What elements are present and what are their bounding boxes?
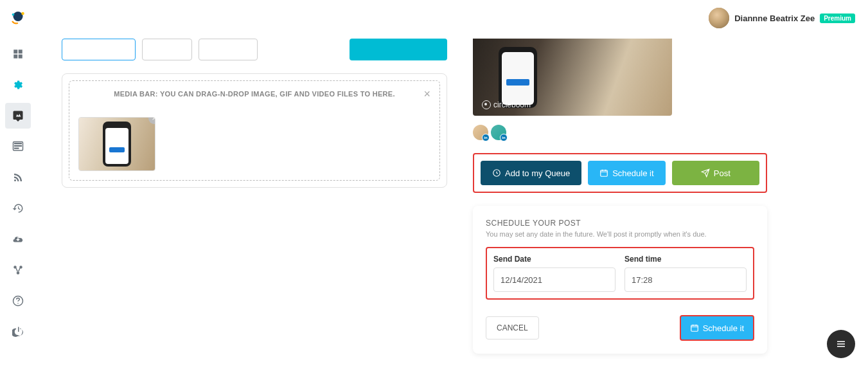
account-badges xyxy=(473,125,767,140)
phone-icon xyxy=(103,122,131,167)
svg-point-11 xyxy=(17,271,20,275)
svg-rect-3 xyxy=(13,50,17,53)
watermark-text: circleboom xyxy=(493,100,531,109)
svg-point-1 xyxy=(21,12,24,15)
fab-menu-button[interactable] xyxy=(827,330,855,358)
preview-column: circleboom Add to my Queue Schedule it xyxy=(473,39,767,358)
phone-icon xyxy=(499,47,537,108)
user-name: Diannne Beatrix Zee xyxy=(734,14,815,23)
schedule-confirm-label: Schedule it xyxy=(703,323,744,333)
media-bar-label: MEDIA BAR: YOU CAN DRAG-N-DROP IMAGE, GI… xyxy=(78,90,430,98)
schedule-confirm-button[interactable]: Schedule it xyxy=(680,315,754,341)
user-avatar[interactable] xyxy=(709,8,729,28)
schedule-card: SCHEDULE YOUR POST You may set any date … xyxy=(473,206,767,354)
sidebar-item-integrations[interactable] xyxy=(5,257,31,283)
send-time-label: Send time xyxy=(624,255,747,264)
sidebar-item-download[interactable] xyxy=(5,226,31,252)
post-button[interactable]: Post xyxy=(672,161,760,185)
svg-rect-4 xyxy=(19,50,22,53)
send-date-input[interactable] xyxy=(493,267,616,292)
media-bar[interactable]: MEDIA BAR: YOU CAN DRAG-N-DROP IMAGE, GI… xyxy=(69,80,440,181)
svg-rect-6 xyxy=(19,55,22,59)
main-content: MEDIA BAR: YOU CAN DRAG-N-DROP IMAGE, GI… xyxy=(36,0,868,371)
compose-column: MEDIA BAR: YOU CAN DRAG-N-DROP IMAGE, GI… xyxy=(62,39,447,358)
sidebar-item-help[interactable] xyxy=(5,288,31,314)
sidebar-item-compose[interactable] xyxy=(5,103,31,129)
schedule-actions: CANCEL Schedule it xyxy=(486,315,754,341)
toolbar-button-1[interactable] xyxy=(62,39,136,60)
svg-point-8 xyxy=(14,179,16,181)
post-actions-row: Add to my Queue Schedule it Post xyxy=(473,153,767,193)
account-badge-2[interactable] xyxy=(491,125,506,140)
schedule-subtitle: You may set any date in the future. We'l… xyxy=(486,230,754,238)
svg-rect-17 xyxy=(837,341,845,343)
sidebar-item-dashboard[interactable] xyxy=(5,41,31,67)
svg-rect-16 xyxy=(691,325,698,331)
sidebar-item-news[interactable] xyxy=(5,134,31,159)
queue-button-label: Add to my Queue xyxy=(505,168,570,178)
sidebar-item-rss[interactable] xyxy=(5,165,31,190)
svg-point-0 xyxy=(13,12,23,21)
schedule-inputs: Send Date Send time xyxy=(486,247,754,300)
sidebar xyxy=(0,0,36,371)
svg-rect-19 xyxy=(837,346,845,347)
topbar: Diannne Beatrix Zee Premium xyxy=(696,0,868,36)
post-button-label: Post xyxy=(714,168,731,178)
svg-rect-15 xyxy=(601,170,608,176)
send-time-input[interactable] xyxy=(624,267,747,292)
account-badge-1[interactable] xyxy=(473,125,488,140)
linkedin-icon xyxy=(500,134,508,141)
app-logo-icon xyxy=(8,8,28,27)
toolbar-primary-button[interactable] xyxy=(350,39,447,60)
watermark: circleboom xyxy=(482,100,531,109)
schedule-button-label: Schedule it xyxy=(612,168,653,178)
cancel-button[interactable]: CANCEL xyxy=(486,316,539,339)
sidebar-item-logout[interactable] xyxy=(5,319,31,345)
toolbar-button-3[interactable] xyxy=(199,39,258,60)
close-icon[interactable]: × xyxy=(423,87,430,101)
post-preview-image: circleboom xyxy=(473,39,672,116)
schedule-button[interactable]: Schedule it xyxy=(588,161,665,185)
sidebar-item-history[interactable] xyxy=(5,195,31,221)
send-date-label: Send Date xyxy=(493,255,616,264)
send-date-group: Send Date xyxy=(493,255,616,292)
svg-point-13 xyxy=(17,303,19,304)
watermark-icon xyxy=(482,100,491,109)
add-to-queue-button[interactable]: Add to my Queue xyxy=(481,161,581,185)
svg-rect-18 xyxy=(837,343,845,345)
sidebar-item-settings[interactable] xyxy=(5,72,31,98)
media-thumbnail[interactable]: × xyxy=(78,117,155,171)
svg-rect-5 xyxy=(13,55,17,59)
send-time-group: Send time xyxy=(624,255,747,292)
premium-badge: Premium xyxy=(820,14,855,23)
toolbar-button-2[interactable] xyxy=(142,39,192,60)
schedule-title: SCHEDULE YOUR POST xyxy=(486,219,754,228)
media-bar-card: MEDIA BAR: YOU CAN DRAG-N-DROP IMAGE, GI… xyxy=(62,73,447,188)
svg-point-2 xyxy=(12,14,15,16)
linkedin-icon xyxy=(482,134,490,141)
compose-toolbar xyxy=(62,39,447,60)
